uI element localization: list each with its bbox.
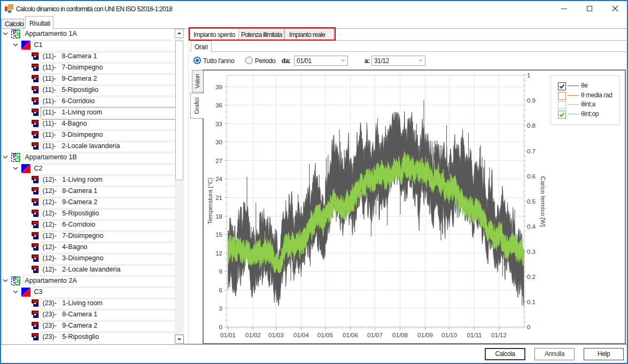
svg-text:01/04: 01/04	[293, 332, 309, 338]
svg-text:0.2: 0.2	[527, 274, 536, 280]
svg-text:0: 0	[527, 324, 530, 330]
svg-text:3: 3	[219, 305, 222, 312]
svg-text:01/10: 01/10	[441, 332, 457, 338]
svg-text:01/08: 01/08	[392, 332, 408, 338]
svg-text:0.1: 0.1	[527, 299, 536, 305]
svg-text:1: 1	[527, 72, 530, 79]
svg-text:01/11: 01/11	[467, 332, 482, 338]
svg-text:0.3: 0.3	[527, 249, 536, 255]
svg-text:01/06: 01/06	[343, 332, 358, 338]
svg-text:01/12: 01/12	[491, 332, 507, 338]
svg-text:01/01: 01/01	[220, 332, 236, 338]
svg-text:0.5: 0.5	[527, 198, 536, 205]
svg-text:Temperatura [°C]: Temperatura [°C]	[207, 177, 213, 224]
svg-text:18: 18	[215, 213, 222, 220]
svg-text:21: 21	[215, 195, 222, 201]
svg-text:0.7: 0.7	[527, 148, 536, 154]
svg-text:0.4: 0.4	[527, 223, 536, 230]
svg-text:33: 33	[215, 121, 222, 127]
svg-text:01/03: 01/03	[268, 332, 284, 338]
svg-text:0.8: 0.8	[527, 122, 536, 129]
svg-text:27: 27	[215, 158, 222, 164]
svg-text:0.6: 0.6	[527, 173, 536, 180]
svg-text:01/02: 01/02	[245, 332, 261, 338]
svg-text:01/07: 01/07	[367, 332, 383, 338]
svg-text:36: 36	[215, 102, 222, 109]
svg-text:24: 24	[215, 176, 222, 182]
svg-text:0.9: 0.9	[527, 97, 536, 104]
svg-text:15: 15	[215, 231, 222, 238]
svg-text:01/05: 01/05	[317, 332, 333, 338]
svg-text:6: 6	[219, 287, 222, 293]
svg-text:0: 0	[219, 324, 222, 330]
svg-text:30: 30	[215, 139, 222, 145]
svg-text:9: 9	[219, 268, 222, 275]
svg-text:12: 12	[215, 250, 222, 257]
svg-text:Carico termico [W]: Carico termico [W]	[540, 176, 546, 227]
svg-text:39: 39	[215, 84, 222, 90]
svg-text:01/09: 01/09	[417, 332, 433, 338]
